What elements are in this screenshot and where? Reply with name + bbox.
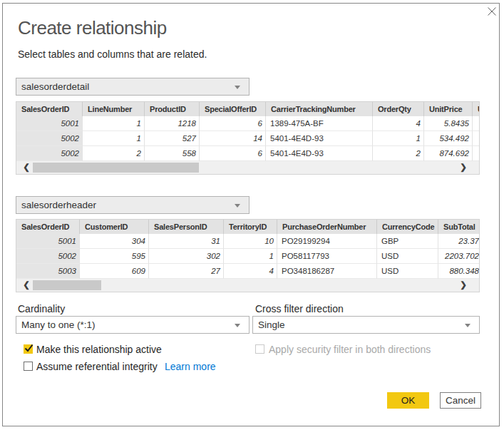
table-cell: 1389-475A-BF [266, 116, 373, 131]
scroll-right-icon[interactable]: ❯ [458, 161, 469, 174]
table-cell: 595 [80, 249, 149, 264]
column-header[interactable]: SubTotal [438, 220, 480, 234]
chevron-down-icon [235, 324, 240, 327]
table-cell: 4 [373, 116, 424, 131]
column-header[interactable]: UnitPrice [424, 102, 473, 116]
cardinality-label: Cardinality [18, 303, 65, 314]
table-cell: USD [377, 264, 438, 279]
table-cell: 14 [200, 131, 266, 146]
column-header[interactable]: CustomerID [80, 220, 149, 234]
cross-filter-value: Single [258, 319, 285, 330]
scrollbar-thumb[interactable] [33, 280, 101, 290]
table-cell: 5001 [16, 234, 80, 249]
chevron-down-icon [235, 86, 240, 89]
table-cell: USD [377, 249, 438, 264]
table-cell [473, 116, 480, 131]
scrollbar-thumb[interactable] [33, 163, 199, 173]
column-header[interactable]: PurchaseOrderNumber [277, 220, 377, 234]
chevron-down-icon [235, 204, 240, 208]
table-cell: 6 [200, 116, 266, 131]
table-cell: 609 [80, 264, 149, 279]
table-row: 50011121861389-475A-BF45.8435 [16, 116, 480, 131]
table-cell: 1 [83, 131, 145, 146]
column-header[interactable]: SalesPersonID [149, 220, 224, 234]
table-cell: 5001 [16, 116, 83, 131]
scroll-left-icon[interactable]: ❮ [21, 279, 32, 292]
scroll-right-icon[interactable]: ❯ [458, 279, 469, 292]
ok-button[interactable]: OK [387, 392, 429, 409]
column-header[interactable]: TerritoryID [224, 220, 277, 234]
table-cell: GBP [377, 234, 438, 249]
table-row: 50025953021PO58117793USD2203.702 [16, 249, 480, 264]
table-cell: 5002 [16, 131, 83, 146]
table-cell: 558 [145, 146, 200, 161]
table-cell: 1 [224, 249, 277, 264]
table-cell: 5401-4E4D-93 [266, 131, 373, 146]
table-cell: PO58117793 [277, 249, 377, 264]
table-cell: 1 [83, 116, 145, 131]
apply-security-filter-checkbox [255, 344, 264, 354]
cross-filter-label: Cross filter direction [255, 303, 344, 314]
table2-selector-value: salesorderheader [21, 200, 96, 210]
table-cell: 5.8435 [424, 116, 473, 131]
table1-preview: SalesOrderIDLineNumberProductIDSpecialOf… [16, 101, 480, 175]
column-header[interactable]: SpecialOfferID [200, 102, 266, 116]
column-header[interactable]: U [473, 102, 480, 116]
horizontal-scrollbar[interactable]: ❮ ❯ [16, 161, 479, 174]
assume-referential-integrity-checkbox[interactable] [24, 362, 33, 371]
table-cell: 27 [149, 264, 224, 279]
table-cell [473, 146, 480, 161]
check-icon [24, 343, 34, 354]
apply-security-filter-label: Apply security filter in both directions [269, 344, 431, 355]
dialog-subtitle: Select tables and columns that are relat… [18, 48, 207, 60]
table-cell: 2 [373, 146, 424, 161]
cross-filter-dropdown[interactable]: Single [252, 316, 480, 334]
table-row: 5003609274PO348186287USD880.348 [16, 264, 480, 279]
make-relationship-active-label: Make this relationship active [36, 344, 162, 355]
table-cell: 4 [224, 264, 277, 279]
table-cell: PO29199294 [277, 234, 377, 249]
table2-preview: SalesOrderIDCustomerIDSalesPersonIDTerri… [16, 219, 480, 292]
learn-more-link[interactable]: Learn more [165, 361, 216, 372]
close-icon[interactable] [487, 6, 497, 16]
column-header[interactable]: OrderQty [373, 102, 424, 116]
table-cell: 874.692 [424, 146, 473, 161]
table-cell: 31 [149, 234, 224, 249]
create-relationship-dialog: Create relationship Select tables and co… [2, 3, 500, 426]
dialog-title: Create relationship [18, 17, 167, 39]
cardinality-dropdown[interactable]: Many to one (*:1) [16, 316, 250, 334]
table2-selector-dropdown[interactable]: salesorderheader [16, 196, 250, 214]
table-header-row: SalesOrderIDCustomerIDSalesPersonIDTerri… [16, 220, 480, 234]
assume-referential-integrity-label: Assume referential integrity [36, 361, 158, 372]
table-cell: 2 [83, 146, 145, 161]
table-cell: 527 [145, 131, 200, 146]
cancel-button[interactable]: Cancel [440, 392, 481, 409]
table-cell: 5002 [16, 249, 80, 264]
column-header[interactable]: ProductID [145, 102, 200, 116]
column-header[interactable]: CurrencyCode [377, 220, 438, 234]
table-cell: 1 [373, 131, 424, 146]
table-cell: 5401-4E4D-93 [266, 146, 373, 161]
scroll-left-icon[interactable]: ❮ [21, 161, 32, 174]
table-header-row: SalesOrderIDLineNumberProductIDSpecialOf… [16, 102, 480, 116]
table1-selector-value: salesorderdetail [21, 81, 89, 92]
table-row: 50021527145401-4E4D-931534.492 [16, 131, 480, 146]
column-header[interactable]: SalesOrderID [16, 220, 80, 234]
column-header[interactable]: CarrierTrackingNumber [266, 102, 373, 116]
table-cell: 304 [80, 234, 149, 249]
column-header[interactable]: LineNumber [83, 102, 145, 116]
table-cell: 23.37 [438, 234, 480, 249]
table-cell [473, 131, 480, 146]
chevron-down-icon [465, 324, 470, 327]
table-cell: 6 [200, 146, 266, 161]
table-cell: 880.348 [438, 264, 480, 279]
table-cell: 5003 [16, 264, 80, 279]
table-row: 5002255865401-4E4D-932874.692 [16, 146, 480, 161]
table-cell: 2203.702 [438, 249, 480, 264]
table-cell: 5002 [16, 146, 83, 161]
table1-selector-dropdown[interactable]: salesorderdetail [16, 78, 250, 96]
horizontal-scrollbar[interactable]: ❮ ❯ [16, 279, 479, 292]
column-header[interactable]: SalesOrderID [16, 102, 83, 116]
make-relationship-active-checkbox[interactable] [24, 344, 33, 354]
table-cell: 10 [224, 234, 277, 249]
